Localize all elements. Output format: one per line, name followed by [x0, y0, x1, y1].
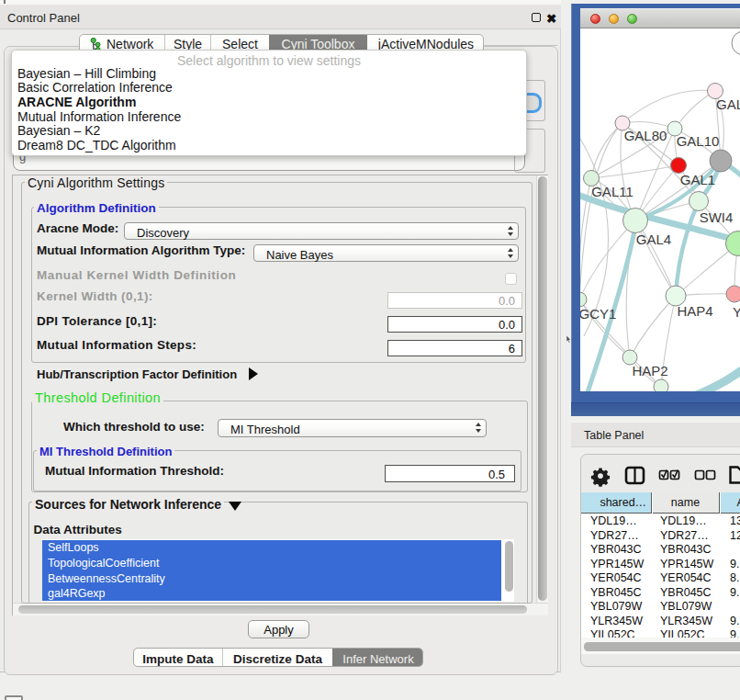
svg-text:HAP4: HAP4 — [677, 303, 712, 319]
svg-text:HAP2: HAP2 — [632, 363, 667, 378]
svg-text:SWI4: SWI4 — [700, 209, 734, 225]
svg-text:GCY1: GCY1 — [580, 306, 616, 322]
svg-text:GAL4: GAL4 — [636, 231, 671, 247]
svg-text:GAL80: GAL80 — [624, 128, 667, 143]
svg-text:GAL1: GAL1 — [680, 172, 715, 187]
svg-text:YJ: YJ — [733, 304, 740, 320]
svg-text:GAL10: GAL10 — [677, 133, 720, 149]
svg-text:GAL11: GAL11 — [591, 184, 633, 199]
svg-text:GAL7: GAL7 — [716, 96, 740, 112]
